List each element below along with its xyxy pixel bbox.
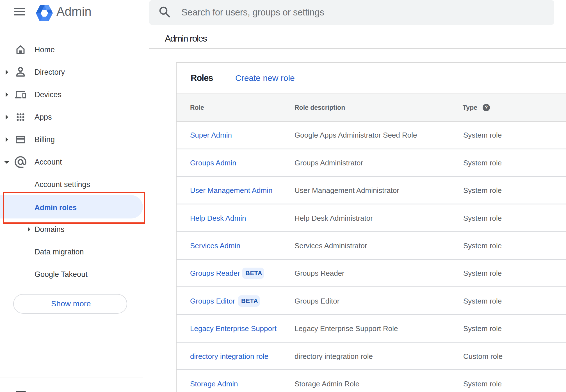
svg-text:?: ? — [485, 105, 488, 110]
